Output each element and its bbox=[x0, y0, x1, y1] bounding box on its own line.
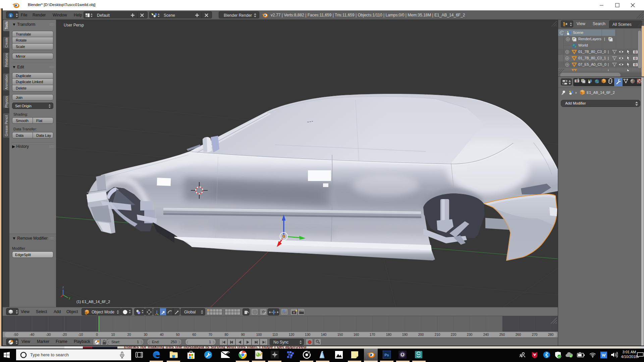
svg-text:(1) E1_AB_14_6F_2: (1) E1_AB_14_6F_2 bbox=[76, 300, 110, 304]
svg-text:User Persp: User Persp bbox=[64, 23, 84, 27]
svg-text:y: y bbox=[69, 296, 70, 300]
svg-text:Ps: Ps bbox=[384, 353, 389, 357]
svg-text:z: z bbox=[62, 286, 64, 289]
svg-text:i: i bbox=[10, 13, 11, 17]
